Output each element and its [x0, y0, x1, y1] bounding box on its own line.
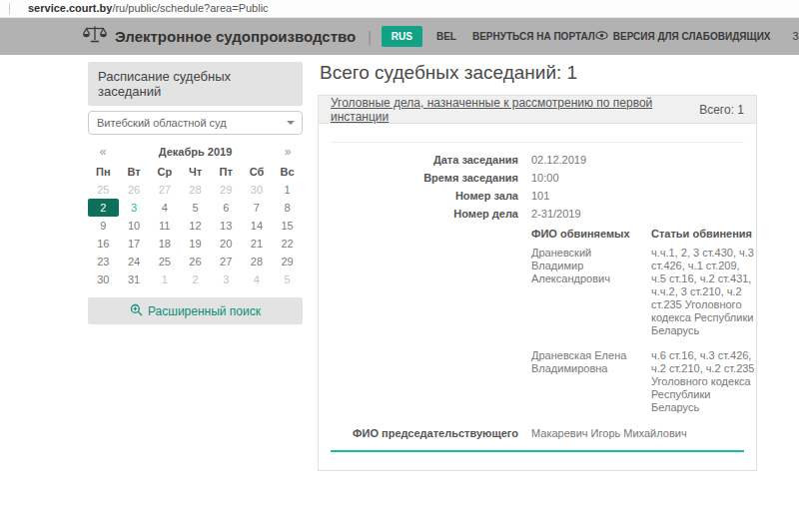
calendar-day[interactable]: 9	[88, 217, 119, 235]
page-url[interactable]: service.court.by/ru/public/schedule?area…	[28, 0, 269, 17]
court-select[interactable]: Витебский областной суд	[88, 111, 303, 135]
calendar-day[interactable]: 31	[119, 270, 150, 288]
case-category-link[interactable]: Уголовные дела, назначенные к рассмотрен…	[331, 96, 699, 124]
calendar-day[interactable]: 20	[211, 235, 242, 253]
calendar-day[interactable]: 27	[211, 253, 242, 270]
calendar-day[interactable]: 3	[119, 199, 150, 217]
calendar-day[interactable]: 5	[180, 199, 211, 217]
calendar-day[interactable]: 1	[272, 181, 303, 199]
language-bel-button[interactable]: BEL	[436, 31, 456, 42]
judge-value: Макаревич Игорь Михайлович	[531, 426, 687, 440]
calendar-day[interactable]: 4	[149, 199, 180, 217]
calendar-day[interactable]: 17	[119, 235, 150, 253]
back-to-portal-link[interactable]: ВЕРНУТЬСЯ НА ПОРТАЛ	[472, 31, 595, 42]
app-logo: Электронное судопроизводство	[82, 25, 356, 48]
calendar-day[interactable]: 16	[88, 235, 119, 253]
url-path: /ru/public/schedule?area=Public	[112, 2, 268, 14]
calendar-day[interactable]: 14	[242, 217, 273, 235]
calendar-next-button[interactable]: »	[273, 145, 303, 159]
defendants-block: ФИО обвиняемых Статьи обвинения Драневск…	[531, 228, 746, 414]
calendar-day[interactable]: 2	[88, 199, 119, 217]
calendar-day[interactable]: 2	[180, 270, 211, 288]
calendar-day[interactable]: 30	[242, 181, 273, 199]
defendants-rows: Драневский Владимир Александрович ч.ч.1,…	[531, 247, 746, 414]
calendar-weekday: Чт	[180, 163, 211, 181]
calendar-day[interactable]: 18	[149, 235, 180, 253]
calendar-day[interactable]: 13	[211, 217, 242, 235]
calendar-day[interactable]: 5	[272, 270, 303, 288]
page: service.court.by/ru/public/schedule?area…	[0, 0, 799, 532]
calendar-nav: « Декабрь 2019 »	[88, 143, 303, 160]
calendar-day[interactable]: 24	[119, 253, 150, 270]
defendant-row: Драневский Владимир Александрович ч.ч.1,…	[531, 247, 746, 337]
defendant-name: Драневский Владимир Александрович	[531, 247, 641, 337]
detail-value: 10:00	[531, 171, 559, 185]
calendar-day[interactable]: 28	[180, 181, 211, 199]
detail-label: Время заседания	[329, 171, 518, 185]
calendar-day[interactable]: 6	[211, 199, 242, 217]
calendar-day[interactable]: 8	[272, 199, 303, 217]
accessibility-version-label: ВЕРСИЯ ДЛЯ СЛАБОВИДЯЩИХ	[613, 31, 771, 42]
url-domain: service.court.by	[28, 2, 112, 14]
search-icon	[130, 303, 148, 319]
detail-value: 101	[531, 189, 549, 203]
main-content: Всего судебных заседаний: 1 Уголовные де…	[318, 62, 757, 471]
calendar-day[interactable]: 11	[149, 217, 180, 235]
calendar-day[interactable]: 29	[272, 253, 303, 270]
calendar-weekday: Ср	[149, 163, 180, 181]
calendar-day[interactable]: 23	[88, 253, 119, 270]
calendar-day[interactable]: 25	[149, 253, 180, 270]
advanced-search-label: Расширенный поиск	[148, 304, 261, 318]
calendar: « Декабрь 2019 » ПнВтСрЧтПтСбВс252627282…	[88, 143, 303, 288]
calendar-day[interactable]: 15	[272, 217, 303, 235]
detail-value: 02.12.2019	[531, 153, 586, 167]
defendant-articles: ч.ч.1, 2, 3 ст.430, ч.3 ст.426, ч.1 ст.2…	[651, 247, 755, 337]
sidebar-title: Расписание судебных заседаний	[88, 62, 303, 106]
register-link[interactable]: Зарегистрироваться	[793, 31, 799, 42]
calendar-prev-button[interactable]: «	[88, 145, 118, 159]
browser-address-bar[interactable]: service.court.by/ru/public/schedule?area…	[0, 0, 799, 18]
calendar-day[interactable]: 4	[242, 270, 273, 288]
header-right-group: ВЕРСИЯ ДЛЯ СЛАБОВИДЯЩИХ Зарегистрировать…	[595, 31, 799, 42]
case-category-bar: Уголовные дела, назначенные к рассмотрен…	[319, 96, 756, 124]
calendar-day[interactable]: 12	[180, 217, 211, 235]
calendar-day[interactable]: 22	[272, 235, 303, 253]
court-select-value: Витебский областной суд	[97, 117, 227, 129]
calendar-month-label: Декабрь 2019	[118, 146, 273, 158]
calendar-day[interactable]: 26	[119, 181, 150, 199]
calendar-day[interactable]: 25	[88, 181, 119, 199]
accent-divider	[331, 450, 744, 452]
calendar-weekday: Вс	[272, 163, 303, 181]
defendant-articles: ч.6 ст.16, ч.3 ст.426, ч.2 ст.210, ч.2 с…	[651, 349, 755, 414]
calendar-day[interactable]: 30	[88, 270, 119, 288]
accessibility-version-link[interactable]: ВЕРСИЯ ДЛЯ СЛАБОВИДЯЩИХ	[595, 31, 771, 42]
header-divider: |	[368, 29, 372, 45]
advanced-search-button[interactable]: Расширенный поиск	[88, 297, 303, 324]
calendar-day[interactable]: 26	[180, 253, 211, 270]
calendar-day[interactable]: 1	[149, 270, 180, 288]
calendar-weekday: Пн	[88, 163, 119, 181]
calendar-weekday: Пт	[211, 163, 242, 181]
calendar-grid: ПнВтСрЧтПтСбВс25262728293012345678910111…	[88, 163, 303, 288]
chevron-down-icon	[287, 121, 295, 125]
tab-edge-divider	[9, 3, 10, 14]
defendant-name: Драневская Елена Владимировна	[531, 349, 641, 414]
calendar-day[interactable]: 7	[242, 199, 273, 217]
language-rus-button[interactable]: RUS	[382, 26, 422, 47]
calendar-day[interactable]: 3	[211, 270, 242, 288]
defendants-header-row: ФИО обвиняемых Статьи обвинения	[531, 228, 746, 240]
calendar-day[interactable]: 28	[242, 253, 273, 270]
defendant-row: Драневская Елена Владимировна ч.6 ст.16,…	[531, 349, 746, 414]
detail-value: 2-31/2019	[531, 207, 581, 221]
calendar-day[interactable]: 21	[242, 235, 273, 253]
calendar-weekday: Сб	[242, 163, 273, 181]
detail-row: Время заседания 10:00	[329, 171, 746, 185]
session-details: Дата заседания 02.12.2019 Время заседани…	[319, 124, 756, 470]
detail-row: Номер зала 101	[329, 189, 746, 203]
calendar-day[interactable]: 27	[149, 181, 180, 199]
calendar-day[interactable]: 10	[119, 217, 150, 235]
app-title: Электронное судопроизводство	[115, 28, 356, 45]
calendar-day[interactable]: 19	[180, 235, 211, 253]
calendar-day[interactable]: 29	[211, 181, 242, 199]
detail-row: Дата заседания 02.12.2019	[329, 153, 746, 167]
